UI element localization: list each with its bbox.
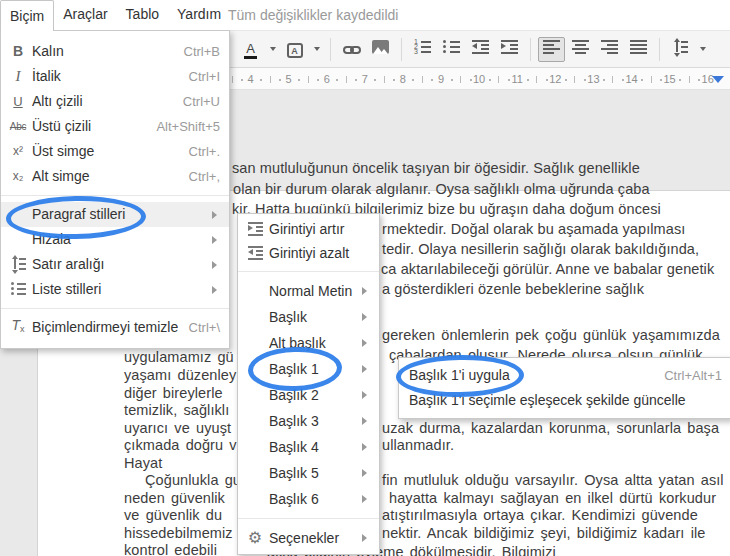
- ruler-tick: [346, 76, 347, 83]
- menu-item-heading-6[interactable]: Başlık 6: [238, 486, 379, 512]
- chevron-down-icon: [314, 47, 320, 51]
- toolbar-separator: [330, 38, 331, 61]
- ruler-tick: [679, 79, 681, 81]
- document-text-line: uyarıcı ve uyuşt: [124, 420, 231, 436]
- bold-B-icon: B: [7, 39, 29, 64]
- menu-item-decrease-indent[interactable]: Girintiyi azalt: [238, 241, 379, 265]
- right-indent-marker-icon[interactable]: [712, 76, 724, 83]
- menu-separator: [1, 195, 229, 196]
- shortcut-label: Ctrl+Alt+1: [664, 363, 722, 388]
- shortcut-label: Alt+Shift+5: [156, 114, 220, 139]
- insert-link-button[interactable]: [338, 37, 365, 62]
- submenu-arrow-icon: [362, 313, 367, 321]
- document-text-line: hissedebilmemiz: [124, 525, 233, 541]
- ruler-tick: [584, 79, 586, 81]
- document-text-line: kontrol edebili: [124, 542, 217, 556]
- ruler-number: 8: [400, 73, 406, 85]
- menubar-item-tools[interactable]: Araçlar: [54, 0, 116, 29]
- menu-item-normal-text[interactable]: Normal Metin: [238, 278, 379, 304]
- ruler-tick: [232, 76, 233, 83]
- indent-increase-icon: [244, 217, 266, 241]
- submenu-arrow-icon: [362, 391, 367, 399]
- shortcut-label: Ctrl+.: [189, 139, 220, 164]
- italic-I-icon: I: [7, 64, 29, 89]
- menu-item-clear-formatting[interactable]: TxBiçimlendirmeyi temizleCtrl+\: [1, 315, 229, 340]
- menu-item-increase-indent[interactable]: Girintiyi artır: [238, 217, 379, 241]
- text-color-dropdown[interactable]: [266, 37, 279, 62]
- text-color-button[interactable]: A: [237, 37, 264, 62]
- ruler-tick: [565, 79, 567, 81]
- highlight-color-dropdown[interactable]: [310, 37, 323, 62]
- numbered-list-button[interactable]: 123: [409, 37, 436, 62]
- menu-item-label: Biçimlendirmeyi temizle: [32, 319, 178, 335]
- menubar-item-table[interactable]: Tablo: [117, 0, 168, 29]
- document-text-line: nektir. Ancak bildiğimiz şeyi, bildiğimi…: [382, 525, 705, 541]
- chevron-down-icon: [270, 47, 276, 51]
- document-text-line: ca aktarılabileceği görülür. Anne ve bab…: [381, 261, 714, 277]
- shortcut-label: Ctrl+\: [189, 315, 220, 340]
- gear-icon: ⚙: [244, 525, 266, 551]
- ruler-tick: [451, 79, 453, 81]
- menu-item-heading-4[interactable]: Başlık 4: [238, 434, 379, 460]
- document-text-line: uygulamamız gü: [124, 349, 234, 365]
- ruler-tick: [317, 79, 319, 81]
- shortcut-label: Ctrl+,: [189, 164, 220, 189]
- shortcut-label: Ctrl+B: [184, 39, 220, 64]
- document-text-line: diğer bireylerle: [124, 385, 223, 401]
- increase-indent-button[interactable]: [496, 37, 523, 62]
- menubar-item-help[interactable]: Yardım: [168, 0, 230, 29]
- toolbar-separator: [401, 38, 402, 61]
- menu-item-label: Normal Metin: [269, 283, 352, 299]
- line-spacing-dropdown[interactable]: [696, 37, 709, 62]
- submenu-arrow-icon: [212, 236, 217, 244]
- menu-item-strikethrough[interactable]: AbcÜstü çiziliAlt+Shift+5: [1, 114, 229, 139]
- ruler-tick: [641, 79, 643, 81]
- document-text-line: san mutluluğunun öncelik taşıyan bir öğe…: [232, 160, 640, 176]
- submenu-arrow-icon: [362, 417, 367, 425]
- align-right-button[interactable]: [596, 37, 623, 62]
- line-spacing-icon: [673, 40, 688, 59]
- line-spacing-button[interactable]: [667, 37, 694, 62]
- insert-link-icon: [343, 40, 361, 58]
- submenu-arrow-icon: [362, 339, 367, 347]
- document-text-line: neden güvenlik: [124, 490, 225, 506]
- align-left-button[interactable]: [538, 37, 565, 62]
- highlight-color-button[interactable]: A: [281, 37, 308, 62]
- menu-item-italic[interactable]: IİtalikCtrl+I: [1, 64, 229, 89]
- menu-item-heading-5[interactable]: Başlık 5: [238, 460, 379, 486]
- menubar-item-format[interactable]: Biçim: [0, 0, 54, 31]
- document-text-line: atıştırılmasıyla ortaya çıkar. Kendimizi…: [382, 507, 698, 523]
- menu-item-underline[interactable]: UAltı çiziliCtrl+U: [1, 89, 229, 114]
- menu-item-list-styles[interactable]: Liste stilleri: [1, 277, 229, 302]
- justify-icon: [630, 40, 647, 59]
- document-text-line: Hayat: [124, 455, 162, 471]
- menu-item-label: Üst simge: [32, 143, 94, 159]
- ruler-tick: [374, 79, 376, 81]
- align-center-button[interactable]: [567, 37, 594, 62]
- ruler-tick: [612, 76, 613, 83]
- submenu-arrow-icon: [212, 286, 217, 294]
- menu-item-options[interactable]: ⚙Seçenekler: [238, 525, 379, 551]
- decrease-indent-button[interactable]: [467, 37, 494, 62]
- superscript-icon: x²: [7, 139, 29, 164]
- document-text-line: rmektedir. Doğal olarak bu aşamada yapıl…: [382, 221, 685, 237]
- ruler-tick: [536, 76, 537, 83]
- ruler-tick: [489, 79, 491, 81]
- ruler-tick: [689, 76, 690, 83]
- ruler-number: 15: [663, 73, 675, 85]
- ruler-tick: [355, 79, 357, 81]
- menu-item-label: Altı çizili: [32, 93, 83, 109]
- menu-item-heading-3[interactable]: Başlık 3: [238, 408, 379, 434]
- bulleted-list-button[interactable]: [438, 37, 465, 62]
- menu-item-subscript[interactable]: x₂Alt simgeCtrl+,: [1, 164, 229, 189]
- menu-item-line-spacing[interactable]: Satır aralığı: [1, 252, 229, 277]
- list-icon: [7, 277, 29, 302]
- menu-item-bold[interactable]: BKalınCtrl+B: [1, 39, 229, 64]
- numbered-list-icon: 123: [414, 40, 431, 59]
- menu-item-superscript[interactable]: x²Üst simgeCtrl+.: [1, 139, 229, 164]
- menu-item-title[interactable]: Başlık: [238, 304, 379, 330]
- justify-button[interactable]: [625, 37, 652, 62]
- insert-image-button[interactable]: [367, 37, 394, 62]
- ruler-number: 7: [362, 73, 368, 85]
- ruler-tick: [574, 76, 575, 83]
